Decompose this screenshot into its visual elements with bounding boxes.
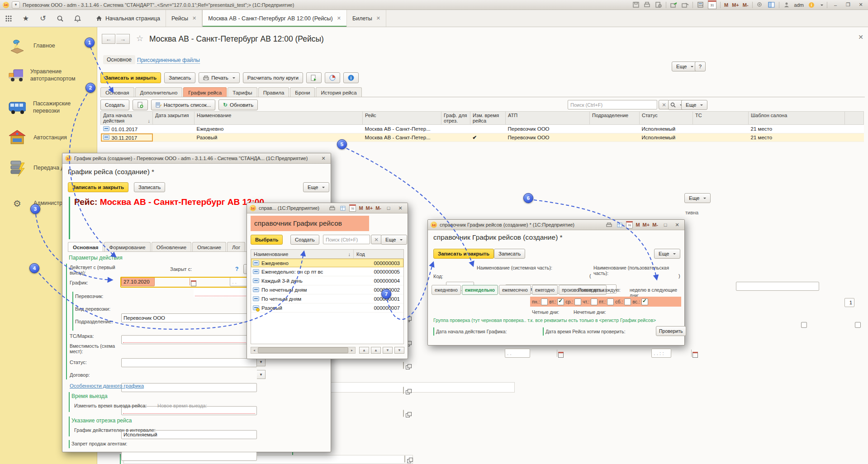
- dialog2-nav-first-button[interactable]: ▲: [359, 347, 369, 354]
- even-days-checkbox[interactable]: [801, 322, 807, 328]
- memory-m-button[interactable]: M: [359, 205, 363, 211]
- memory-mminus-button[interactable]: M-: [652, 222, 658, 227]
- period-daily[interactable]: ежедневно: [432, 285, 461, 295]
- calculator-icon[interactable]: [697, 1, 704, 8]
- print-button[interactable]: Печать: [199, 72, 240, 83]
- check-date-input[interactable]: . .: [505, 349, 530, 358]
- weekday-wed-checkbox[interactable]: [574, 298, 581, 305]
- list-item[interactable]: По нечетным дням 000000002: [251, 285, 403, 294]
- dialog1-save-button[interactable]: Записать: [134, 182, 165, 192]
- maximize-button[interactable]: ❐: [844, 1, 853, 9]
- memory-mplus-button[interactable]: M+: [732, 2, 739, 8]
- calc-semicircles-button[interactable]: Расчитать полу круги: [243, 72, 303, 83]
- dialog1-tab-opisanie[interactable]: Описание: [192, 242, 226, 252]
- list-item[interactable]: Еженедельно: пн ср пт вс 000000005: [251, 267, 403, 276]
- tab-bilety[interactable]: Билеты✕: [347, 10, 386, 27]
- form-tab-tarify[interactable]: Тарифы: [228, 87, 257, 97]
- col-date-start[interactable]: Дата начала действия↓: [101, 112, 153, 125]
- print-icon[interactable]: [643, 1, 651, 8]
- form-tab-grafik-reisa[interactable]: График рейса: [183, 87, 227, 97]
- tab-close-icon[interactable]: ✕: [337, 15, 341, 21]
- memory-mplus-button[interactable]: M+: [366, 205, 373, 211]
- odd-days-checkbox[interactable]: [855, 322, 861, 328]
- favorite-star-icon[interactable]: ☆: [136, 33, 143, 43]
- memory-m-button[interactable]: M: [636, 222, 640, 227]
- tab-close-icon[interactable]: ✕: [192, 15, 196, 21]
- table-row-selected[interactable]: 30.11.2017 Разовый Москва АВ - Санкт-Пет…: [101, 133, 864, 142]
- table-icon[interactable]: [616, 222, 623, 228]
- weekday-fri-checkbox[interactable]: [607, 298, 614, 305]
- tab-reisy[interactable]: Рейсы✕: [166, 10, 202, 27]
- dialog2-nav-down-button[interactable]: ▼: [383, 347, 393, 354]
- weekday-thu-checkbox[interactable]: [591, 298, 598, 305]
- export-doc-icon[interactable]: [306, 72, 322, 83]
- period-yearly[interactable]: ежегодно: [532, 285, 558, 295]
- dialog2-select-button[interactable]: Выбрать: [251, 235, 283, 245]
- sidebar-item-transport[interactable]: Управление автотранспортом: [8, 67, 94, 84]
- weekday-mon-checkbox[interactable]: [541, 298, 548, 305]
- forward-button[interactable]: →: [116, 34, 130, 44]
- link-get-icon[interactable]: [670, 1, 678, 8]
- weekday-sun-checkbox[interactable]: [641, 298, 648, 305]
- check-dt-input[interactable]: . . : :: [651, 349, 671, 358]
- form-tab-pravila[interactable]: Правила: [258, 87, 289, 97]
- dialog3-more-button[interactable]: Еще: [654, 249, 680, 259]
- contract-input[interactable]: [121, 452, 257, 461]
- info-icon[interactable]: i: [807, 1, 815, 8]
- dialog3-maximize-icon[interactable]: □: [661, 221, 670, 228]
- main-menu-icon[interactable]: [0, 10, 17, 27]
- notifications-icon[interactable]: [69, 10, 86, 27]
- repeat-input[interactable]: 1: [844, 298, 854, 307]
- form-close-icon[interactable]: ✕: [858, 33, 863, 41]
- dialog1-close-icon[interactable]: ✕: [319, 155, 328, 162]
- form-tab-broni[interactable]: Брони: [290, 87, 315, 97]
- print-preview-icon[interactable]: [655, 1, 662, 8]
- period-weekly[interactable]: еженедельно: [462, 285, 498, 295]
- history-icon[interactable]: ↺: [34, 10, 52, 27]
- tab-close-icon[interactable]: ✕: [376, 15, 380, 21]
- calendar-icon[interactable]: 31: [708, 0, 716, 9]
- weekday-sat-checkbox[interactable]: [624, 298, 631, 305]
- zoom-icon[interactable]: [756, 1, 764, 8]
- division-input[interactable]: [121, 358, 257, 367]
- check-button[interactable]: Проверить: [656, 326, 686, 336]
- info-circle-icon[interactable]: i: [343, 72, 359, 83]
- system-menu-button[interactable]: ▼: [12, 1, 20, 9]
- dialog2-hscrollbar[interactable]: ◂ ▸: [251, 347, 356, 354]
- background-more-button[interactable]: Еще: [684, 193, 711, 203]
- close-button[interactable]: ✕: [856, 1, 865, 9]
- dialog2-nav-up-button[interactable]: ▲: [371, 347, 381, 354]
- save-close-button[interactable]: Записать и закрыть: [100, 72, 161, 83]
- create-schedule-button[interactable]: Создать: [100, 99, 129, 110]
- table-icon[interactable]: [339, 205, 346, 212]
- help-question[interactable]: ?: [235, 266, 238, 272]
- name-user-input[interactable]: [736, 282, 819, 291]
- division-open-button[interactable]: [403, 362, 404, 369]
- table-row[interactable]: 01.01.2017 Ежедневно Москва АВ - Санкт-П…: [101, 125, 864, 133]
- kind-input[interactable]: [121, 335, 257, 344]
- list-item[interactable]: Разовый 000000007: [251, 303, 403, 312]
- pie-clock-icon[interactable]: [325, 72, 340, 83]
- configure-list-button[interactable]: Настроить список...: [151, 99, 216, 110]
- minimize-button[interactable]: –: [831, 1, 840, 9]
- sidebar-item-avtostancia[interactable]: Автостанция: [8, 129, 94, 147]
- dialog1-tab-osnovnaya[interactable]: Основная: [68, 242, 103, 252]
- memory-mminus-button[interactable]: M-: [743, 2, 749, 8]
- dialog2-search-clear[interactable]: ✕: [371, 235, 382, 244]
- memory-mminus-button[interactable]: M-: [375, 205, 381, 211]
- calendar-icon[interactable]: 31: [626, 221, 633, 228]
- col-ts[interactable]: ТС: [693, 112, 749, 125]
- capacity-open-button[interactable]: [403, 410, 404, 417]
- dialog1-tab-log[interactable]: Лог: [227, 242, 245, 252]
- dialog2-create-button[interactable]: Создать: [290, 235, 319, 245]
- nav-attached-files[interactable]: Присоединенные файлы: [137, 57, 200, 64]
- col-graph[interactable]: Граф. для отрез.: [441, 112, 470, 125]
- search-input[interactable]: Поиск (Ctrl+F): [568, 100, 657, 109]
- col-date-close[interactable]: Дата закрытия: [153, 112, 194, 125]
- dialog2-close-icon[interactable]: ✕: [396, 204, 405, 212]
- create-copy-icon[interactable]: [133, 99, 148, 110]
- list-item-selected[interactable]: Ежедневно 000000003: [251, 259, 403, 267]
- weekday-tue-checkbox[interactable]: [557, 298, 564, 305]
- sidebar-item-perevozki[interactable]: Пассажирские перевозки: [8, 99, 94, 116]
- print-icon[interactable]: [605, 222, 613, 228]
